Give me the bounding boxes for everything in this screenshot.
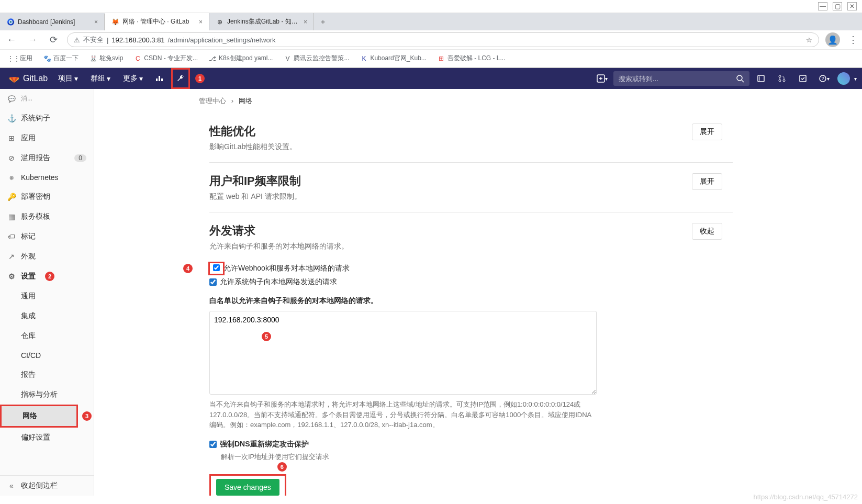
merge-requests-icon[interactable] [773, 68, 791, 89]
tab-title: Jenkins集成GitLab - 知乎 - osc [227, 17, 300, 26]
sidebar-item-settings[interactable]: ⚙设置2 [0, 266, 94, 286]
admin-sidebar: 💬消... ⚓系统钩子 ⊞应用 ⊘滥用报告0 ⎈Kubernetes 🔑部署密钥… [0, 89, 94, 496]
plus-icon[interactable]: ▾ [592, 68, 611, 89]
watermark: https://blog.csdn.net/qq_45714272 [754, 493, 858, 496]
close-icon[interactable]: × [94, 18, 98, 26]
apps-icon: ⋮⋮ [9, 54, 18, 63]
sep: | [107, 36, 108, 44]
bookmark-tencent[interactable]: V腾讯云监控告警策... [279, 53, 353, 64]
nav-groups[interactable]: 群组 ▾ [85, 68, 116, 89]
abuse-icon: ⊘ [7, 154, 16, 162]
sidebar-sub-integrations[interactable]: 集成 [0, 306, 94, 326]
sidebar-item-truncated[interactable]: 💬消... [0, 89, 94, 108]
close-icon[interactable]: × [304, 18, 307, 26]
expand-button[interactable]: 展开 [692, 173, 722, 190]
window-maximize[interactable]: ▢ [833, 2, 842, 10]
tab-title: Dashboard [Jenkins] [18, 18, 91, 26]
dns-rebinding-label: 强制DNS重新绑定攻击保护 [220, 440, 309, 449]
nav-projects[interactable]: 项目 ▾ [53, 68, 83, 89]
sidebar-sub-reports[interactable]: 报告 [0, 365, 94, 385]
browser-menu-icon[interactable]: ⋮ [848, 34, 858, 46]
sidebar-sub-preferences[interactable]: 偏好设置 [0, 428, 94, 447]
sidebar-sub-network[interactable]: 网络 [0, 405, 78, 428]
apps-button[interactable]: ⋮⋮应用 [5, 53, 37, 64]
todos-icon[interactable] [793, 68, 812, 89]
chevron-down-icon: ▾ [107, 74, 110, 83]
browser-tab-jenkins[interactable]: 🧿 Dashboard [Jenkins] × [0, 14, 105, 30]
sidebar-sub-repository[interactable]: 仓库 [0, 326, 94, 346]
search-icon [736, 74, 744, 83]
help-icon[interactable]: ? ▾ [814, 68, 833, 89]
address-bar[interactable]: ⚠ 不安全 | 192.168.200.3:81/admin/applicati… [67, 32, 819, 47]
activity-icon[interactable] [150, 68, 169, 89]
sidebar-item-abuse-reports[interactable]: ⊘滥用报告0 [0, 148, 94, 168]
sidebar-item-deploy-keys[interactable]: 🔑部署密钥 [0, 187, 94, 207]
section-desc: 允许来自钩子和服务的对本地网络的请求。 [209, 242, 349, 251]
bookmark-baidu[interactable]: 🐾百度一下 [39, 53, 83, 64]
window-close[interactable]: ✕ [847, 2, 857, 10]
allow-webhook-local-label: 允许Webhook和服务对本地网络的请求 [223, 264, 350, 273]
kubernetes-icon: ⎈ [7, 173, 16, 182]
main-content: 管理中心 › 网络 性能优化 影响GitLab性能相关设置。 展开 用户和IP频… [94, 89, 862, 496]
collapse-button[interactable]: 收起 [692, 223, 722, 240]
breadcrumb-root[interactable]: 管理中心 [199, 97, 226, 105]
nav-reload[interactable]: ⟳ [46, 34, 61, 46]
sidebar-sub-general[interactable]: 通用 [0, 286, 94, 306]
window-minimize[interactable]: — [818, 2, 827, 10]
gear-icon: ⚙ [7, 272, 16, 281]
tag-icon: 🏷 [7, 232, 16, 241]
nav-forward[interactable]: → [25, 35, 40, 46]
whitelist-help: 当不允许来自钩子和服务的本地请求时，将允许对本地网络上这些域/地址的请求。可支持… [209, 399, 597, 430]
marker-4: 4 [183, 264, 193, 273]
allow-webhook-local-checkbox[interactable] [213, 264, 220, 271]
nav-back[interactable]: ← [4, 35, 19, 46]
sidebar-item-kubernetes[interactable]: ⎈Kubernetes [0, 168, 94, 187]
section-performance: 性能优化 影响GitLab性能相关设置。 展开 [209, 113, 733, 163]
sidebar-sub-cicd[interactable]: CI/CD [0, 346, 94, 365]
url-path: /admin/application_settings/network [168, 36, 276, 44]
sidebar-item-labels[interactable]: 🏷标记 [0, 227, 94, 247]
browser-tab-zhihu[interactable]: ⊕ Jenkins集成GitLab - 知乎 - osc × [209, 13, 314, 30]
bookmark-svip[interactable]: 🐰鸵兔svip [85, 53, 127, 64]
marker-6: 6 [277, 462, 287, 472]
dns-rebinding-help: 解析一次IP地址并使用它们提交请求 [221, 452, 722, 462]
gitlab-icon: 🦊 [111, 18, 119, 26]
section-desc: 配置 web 和 API 请求限制。 [209, 192, 301, 201]
gitlab-header: GitLab 项目 ▾ 群组 ▾ 更多 ▾ 1 ▾ ? ▾ ▾ [0, 68, 862, 89]
breadcrumb-current: 网络 [239, 97, 252, 105]
allow-system-hooks-local-checkbox[interactable] [209, 278, 217, 286]
browser-tab-gitlab[interactable]: 🦊 网络 · 管理中心 · GitLab × [105, 13, 209, 30]
new-tab-button[interactable]: ＋ [314, 17, 332, 27]
sidebar-item-appearance[interactable]: ↗外观 [0, 247, 94, 266]
bookmark-52pojie[interactable]: ⊞吾爱破解 - LCG - L... [433, 53, 510, 64]
save-button[interactable]: Save changes [216, 479, 279, 496]
bookmark-kuboard[interactable]: KKuboard官网_Kub... [355, 53, 430, 64]
profile-avatar[interactable]: 👤 [825, 32, 840, 47]
whitelist-textarea[interactable] [209, 311, 597, 395]
svg-point-5 [783, 80, 785, 82]
user-avatar[interactable] [837, 72, 850, 85]
section-title: 外发请求 [209, 223, 349, 239]
svg-point-3 [779, 75, 781, 77]
search-box[interactable] [613, 71, 749, 86]
issues-icon[interactable] [752, 68, 770, 89]
close-icon[interactable]: × [199, 18, 203, 26]
admin-wrench-icon[interactable] [171, 68, 190, 89]
gitlab-logo[interactable]: GitLab [5, 73, 51, 84]
allow-system-hooks-local-label: 允许系统钩子向本地网络发送的请求 [220, 277, 337, 287]
bookmark-csdn[interactable]: CCSDN - 专业开发... [129, 53, 202, 64]
sidebar-item-service-templates[interactable]: ▦服务模板 [0, 207, 94, 227]
sidebar-item-system-hooks[interactable]: ⚓系统钩子 [0, 108, 94, 128]
star-icon[interactable]: ☆ [806, 36, 812, 44]
sidebar-sub-metrics[interactable]: 指标与分析 [0, 385, 94, 405]
bookmark-k8s[interactable]: ⎇K8s创建pod yaml... [204, 53, 277, 64]
svg-point-4 [779, 80, 781, 82]
template-icon: ▦ [7, 212, 16, 221]
dns-rebinding-checkbox[interactable] [209, 441, 217, 448]
nav-more[interactable]: 更多 ▾ [118, 68, 148, 89]
sidebar-item-applications[interactable]: ⊞应用 [0, 128, 94, 148]
expand-button[interactable]: 展开 [692, 124, 722, 140]
section-rate-limits: 用户和IP频率限制 配置 web 和 API 请求限制。 展开 [209, 163, 733, 212]
search-input[interactable] [619, 75, 736, 83]
collapse-sidebar[interactable]: «收起侧边栏 [0, 476, 94, 496]
